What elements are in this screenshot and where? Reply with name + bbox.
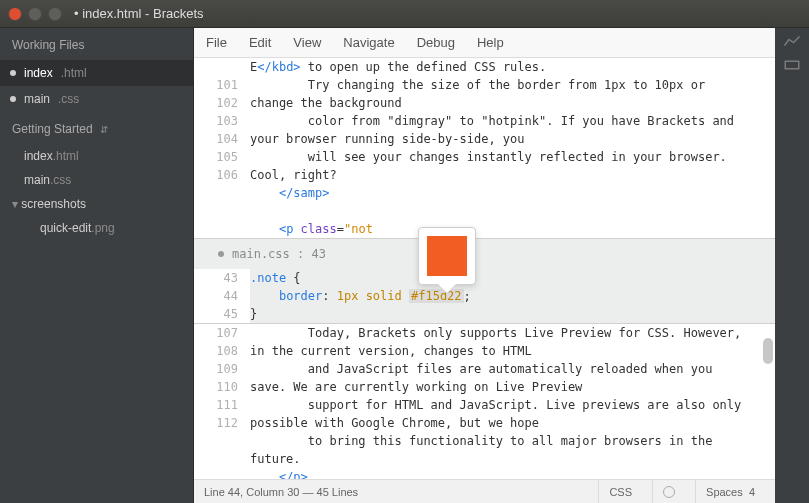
circle-icon [663, 486, 675, 498]
extensions-icon[interactable] [783, 58, 801, 72]
working-files-label: Working Files [12, 38, 84, 52]
gutter-line: 102 [194, 94, 238, 112]
code-line[interactable]: Try changing the size of the border from… [250, 76, 755, 112]
right-toolbar [775, 28, 809, 503]
language-mode[interactable]: CSS [598, 480, 642, 503]
scrollbar-thumb[interactable] [763, 338, 773, 364]
gutter-line: 112 [194, 414, 238, 432]
window-titlebar: • index.html - Brackets [0, 0, 809, 28]
dirty-indicator-icon [10, 96, 16, 102]
window-close-button[interactable] [8, 7, 22, 21]
inline-editor[interactable]: main.css : 43 434445.note { border: 1px … [194, 238, 775, 324]
gutter-line: 105 [194, 148, 238, 166]
cursor-position[interactable]: Line 44, Column 30 [204, 486, 299, 498]
project-label: Getting Started [12, 122, 93, 136]
code-line[interactable]: support for HTML and JavaScript. Live pr… [250, 396, 755, 432]
code-line[interactable]: and JavaScript files are automatically r… [250, 360, 755, 396]
gutter-line: 43 [194, 269, 238, 287]
color-swatch-popover[interactable] [418, 227, 476, 285]
code-line[interactable]: color from "dimgray" to "hotpink". If yo… [250, 112, 755, 148]
inline-file-name: main.css [232, 247, 290, 261]
menu-navigate[interactable]: Navigate [343, 35, 394, 50]
window-title: • index.html - Brackets [74, 6, 204, 21]
code-line[interactable]: E</kbd> to open up the defined CSS rules… [250, 58, 755, 76]
menubar: FileEditViewNavigateDebugHelp [194, 28, 775, 58]
gutter-line [194, 58, 238, 76]
live-preview-status[interactable] [652, 480, 685, 503]
gutter-line: 106 [194, 166, 238, 184]
working-files-header: Working Files [0, 28, 193, 60]
gutter-line: 44 [194, 287, 238, 305]
menu-debug[interactable]: Debug [417, 35, 455, 50]
menu-file[interactable]: File [206, 35, 227, 50]
gutter-line: 103 [194, 112, 238, 130]
sidebar: Working Files index.htmlmain.css Getting… [0, 28, 194, 503]
svg-rect-0 [785, 61, 799, 69]
gutter-line: 111 [194, 396, 238, 414]
gutter-line: 107 [194, 324, 238, 342]
inline-file-line: 43 [311, 247, 325, 261]
inline-editor-header: main.css : 43 [194, 239, 775, 269]
gutter-line: 108 [194, 342, 238, 360]
main-panel: FileEditViewNavigateDebugHelp 1011021031… [194, 28, 775, 503]
menu-help[interactable]: Help [477, 35, 504, 50]
dirty-indicator-icon [10, 70, 16, 76]
code-line[interactable]: border: 1px solid #f15d22; [250, 287, 755, 305]
code-line[interactable]: } [250, 305, 755, 323]
code-line[interactable]: to bring this functionality to all major… [250, 432, 755, 468]
code-line[interactable]: will see your changes instantly reflecte… [250, 148, 755, 184]
code-line[interactable]: Today, Brackets only supports Live Previ… [250, 324, 755, 360]
sort-icon[interactable]: ⇵ [100, 124, 108, 135]
live-preview-icon[interactable] [783, 34, 801, 48]
code-line[interactable]: </samp> [250, 184, 755, 202]
tree-file[interactable]: main.css [0, 168, 193, 192]
code-line[interactable]: .note { [250, 269, 755, 287]
code-line[interactable] [250, 202, 755, 220]
working-file[interactable]: index.html [0, 60, 193, 86]
working-file[interactable]: main.css [0, 86, 193, 112]
menu-edit[interactable]: Edit [249, 35, 271, 50]
code-line[interactable]: <p class="not [250, 220, 755, 238]
code-editor[interactable]: 101102103104105106E</kbd> to open up the… [194, 58, 775, 479]
status-bar: Line 44, Column 30 — 45 Lines CSS Spaces… [194, 479, 775, 503]
menu-view[interactable]: View [293, 35, 321, 50]
indent-setting[interactable]: Spaces 4 [695, 480, 765, 503]
gutter-line: 45 [194, 305, 238, 323]
project-header[interactable]: Getting Started ⇵ [0, 112, 193, 144]
line-count: 45 Lines [317, 486, 359, 498]
window-minimize-button[interactable] [28, 7, 42, 21]
tree-folder[interactable]: screenshots [0, 192, 193, 216]
gutter-line: 104 [194, 130, 238, 148]
code-line[interactable]: </p> [250, 468, 755, 479]
color-swatch[interactable] [427, 236, 467, 276]
window-maximize-button[interactable] [48, 7, 62, 21]
tree-file[interactable]: index.html [0, 144, 193, 168]
gutter-line: 109 [194, 360, 238, 378]
gutter-line: 101 [194, 76, 238, 94]
dirty-indicator-icon [218, 251, 224, 257]
tree-file[interactable]: quick-edit.png [0, 216, 193, 240]
gutter-line: 110 [194, 378, 238, 396]
